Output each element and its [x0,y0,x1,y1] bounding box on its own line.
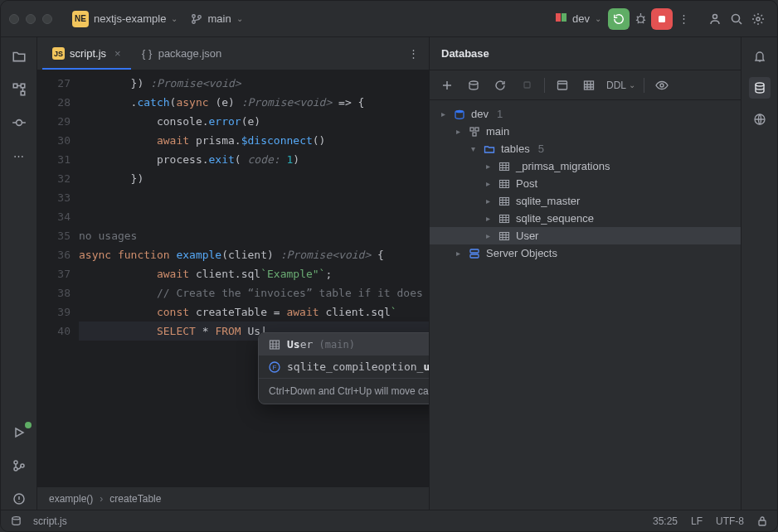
svg-rect-21 [558,81,567,89]
code-content[interactable]: }) :Promise<void> .catch(async (e) :Prom… [79,70,429,486]
db-tree-node[interactable]: ▸ Server Objects [430,244,741,262]
svg-point-23 [660,84,664,87]
ddl-dropdown[interactable]: DDL ⌄ [606,80,635,91]
svg-point-3 [637,17,644,23]
more-actions-button[interactable]: ⋮ [673,8,694,30]
tab-label: script.js [70,47,106,60]
tree-arrow-icon[interactable]: ▸ [483,196,493,206]
svg-rect-33 [470,249,479,253]
jump-to-console-icon[interactable] [553,76,571,94]
svg-rect-34 [470,254,479,258]
db-tree-node[interactable]: ▸ sqlite_master [430,192,741,210]
svg-point-7 [756,17,760,21]
table-icon [498,230,511,242]
table-icon [498,178,511,190]
status-caret-pos[interactable]: 35:25 [653,515,678,527]
svg-rect-28 [500,162,509,170]
stop-icon[interactable] [518,76,536,94]
notifications-tool-icon[interactable] [749,46,771,67]
vcs-tool-icon[interactable] [8,455,30,476]
refresh-icon[interactable] [491,76,509,94]
status-db-icon[interactable] [11,515,22,526]
close-tab-icon[interactable]: × [114,47,121,60]
autocomplete-item[interactable]: F sqlite_compileoption_used (any) any [259,355,429,378]
duplicate-datasource-icon[interactable] [464,76,483,94]
tree-arrow-icon[interactable]: ▸ [483,231,493,240]
db-tree-node[interactable]: ▸ main [430,123,741,140]
debug-button[interactable] [630,8,651,30]
search-everywhere-icon[interactable] [726,8,747,30]
svg-point-13 [14,467,17,471]
code-editor[interactable]: 2728293031323334353637383940 }) :Promise… [37,70,429,486]
svg-rect-26 [475,128,479,131]
db-tree-node[interactable]: ▸ dev 1 [430,105,741,123]
tree-node-label: main [486,125,509,138]
web-tool-icon[interactable] [749,109,771,130]
editor-tabs: JSscript.js×{ }package.json ⋮ [37,37,429,70]
status-file[interactable]: script.js [33,515,67,527]
tree-node-label: sqlite_sequence [516,212,594,225]
structure-tool-icon[interactable] [8,79,30,100]
db-tree-node[interactable]: ▸ sqlite_sequence [430,210,741,227]
breadcrumb-bar[interactable]: example() › createTable [37,486,429,510]
svg-point-24 [455,109,464,113]
tabs-more-icon[interactable]: ⋮ [398,47,429,60]
project-name: nextjs-example [94,12,166,25]
tree-arrow-icon[interactable]: ▸ [453,249,463,258]
tree-arrow-icon[interactable]: ▸ [453,127,463,136]
run-button[interactable] [608,8,630,30]
svg-rect-31 [500,215,509,222]
status-line-ending[interactable]: LF [691,515,703,527]
svg-rect-4 [659,16,665,22]
problems-tool-icon[interactable] [8,488,30,510]
editor-tab[interactable]: { }package.json [131,37,232,70]
svg-point-12 [14,461,17,464]
project-badge-icon: NE [72,11,89,27]
status-encoding[interactable]: UTF-8 [716,515,744,527]
tip-text: Ctrl+Down and Ctrl+Up will move caret do… [269,385,429,397]
svg-rect-30 [500,197,509,205]
code-with-me-icon[interactable] [704,8,726,30]
svg-point-37 [12,517,20,520]
db-tree-node[interactable]: ▸ _primsa_migrations [430,157,741,175]
db-tree-node[interactable]: ▸ Post [430,175,741,192]
table-view-icon[interactable] [580,76,598,94]
tree-node-label: Server Objects [486,247,557,259]
svg-rect-10 [21,91,25,95]
editor-tab[interactable]: JSscript.js× [42,37,131,70]
more-tools-icon[interactable]: ⋯ [8,145,30,167]
window-controls[interactable] [9,14,52,24]
project-tool-icon[interactable] [8,46,30,67]
svg-point-6 [732,14,740,22]
view-options-icon[interactable] [653,76,671,94]
tree-arrow-icon[interactable]: ▸ [483,214,493,223]
database-tree[interactable]: ▸ dev 1▸ main ▾ tables 5▸ _primsa_migrat… [430,100,741,510]
tree-node-label: dev [471,108,489,120]
stop-button[interactable] [651,8,673,30]
tree-arrow-icon[interactable]: ▸ [483,179,493,188]
breadcrumb-item[interactable]: createTable [109,493,161,505]
tree-arrow-icon[interactable]: ▸ [483,162,493,171]
settings-icon[interactable] [747,8,769,30]
js-file-icon: JS [52,47,65,60]
branch-name: main [207,12,231,25]
autocomplete-item[interactable]: User (main) dev [259,333,429,355]
add-datasource-icon[interactable] [438,76,456,94]
run-tool-icon[interactable] [8,422,30,443]
database-tool-icon[interactable] [749,77,771,99]
table-icon [498,213,511,225]
chevron-down-icon: ⌄ [236,14,243,23]
status-readonly-icon[interactable] [757,515,767,527]
db-tree-node[interactable]: ▸ User [430,227,741,244]
breadcrumb-item[interactable]: example() [49,493,93,505]
project-selector[interactable]: NE nextjs-example ⌄ [66,7,184,31]
branch-selector[interactable]: main ⌄ [184,9,249,28]
svg-point-1 [192,20,196,23]
server-icon [468,248,481,259]
db-tree-node[interactable]: ▾ tables 5 [430,140,741,157]
run-config-selector[interactable]: dev ⌄ [549,9,608,28]
tree-arrow-icon[interactable]: ▸ [438,109,448,118]
commit-tool-icon[interactable] [8,112,30,133]
chevron-down-icon: ⌄ [595,14,601,23]
tree-arrow-icon[interactable]: ▾ [468,144,478,153]
